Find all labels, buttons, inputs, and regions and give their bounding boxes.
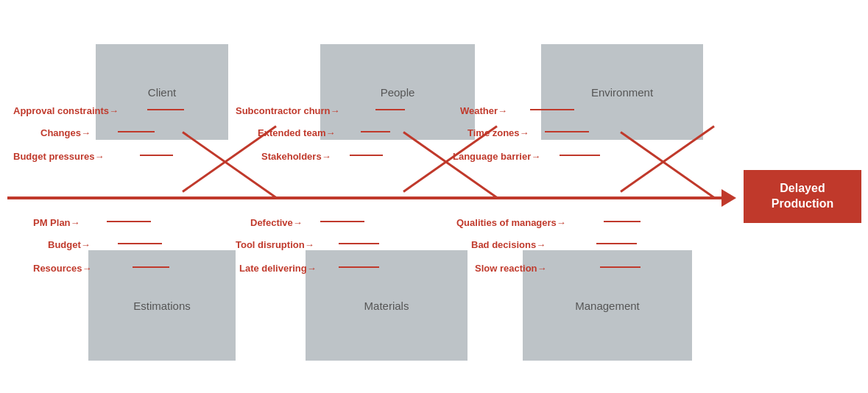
category-client: Client — [96, 44, 228, 140]
cause-est-2: Budget → — [48, 239, 91, 250]
client-label: Client — [148, 86, 176, 99]
people-label: People — [381, 86, 415, 99]
cause-line-mgmt-2 — [596, 243, 637, 244]
fishbone-diagram: DelayedProduction Client People Environm… — [0, 0, 868, 393]
cause-env-3: Language barrier → — [453, 151, 540, 162]
branch-estimations — [182, 131, 277, 198]
environment-label: Environment — [591, 86, 653, 99]
cause-client-1: Approval constraints → — [13, 105, 119, 116]
cause-line-people-1 — [375, 109, 405, 110]
category-materials: Materials — [306, 250, 467, 361]
cause-line-est-1 — [107, 221, 151, 222]
cause-mgmt-1: Qualities of managers → — [456, 217, 566, 228]
branch-management — [620, 131, 715, 198]
cause-line-mat-3 — [339, 266, 379, 268]
cause-client-2: Changes → — [40, 127, 91, 138]
spine-arrow — [721, 189, 736, 207]
estimations-label: Estimations — [133, 300, 191, 312]
cause-line-mat-1 — [320, 221, 364, 222]
cause-mat-1: Defective → — [250, 217, 303, 228]
management-label: Management — [575, 300, 640, 312]
cause-line-env-1 — [530, 109, 574, 110]
cause-est-1: PM Plan → — [33, 217, 80, 228]
cause-client-3: Budget pressures → — [13, 151, 105, 162]
effect-box: DelayedProduction — [744, 170, 861, 223]
cause-line-est-2 — [118, 243, 162, 244]
cause-line-client-1 — [147, 109, 184, 110]
cause-line-env-3 — [560, 155, 600, 156]
category-people: People — [320, 44, 475, 140]
materials-label: Materials — [364, 300, 409, 312]
cause-line-mgmt-1 — [604, 221, 641, 222]
cause-line-people-3 — [350, 155, 383, 156]
branch-materials — [403, 131, 498, 198]
spine — [7, 196, 729, 199]
cause-line-est-3 — [133, 266, 169, 268]
cause-line-client-3 — [140, 155, 173, 156]
cause-line-mgmt-3 — [600, 266, 641, 268]
cause-line-people-2 — [361, 131, 390, 132]
cause-mgmt-2: Bad decisions → — [471, 239, 546, 250]
cause-people-1: Subcontractor churn → — [236, 105, 340, 116]
cause-people-3: Stakeholders → — [261, 151, 331, 162]
cause-env-2: Time zones → — [467, 127, 529, 138]
cause-mat-3: Late delivering → — [239, 263, 317, 274]
category-environment: Environment — [541, 44, 703, 140]
cause-line-mat-2 — [339, 243, 379, 244]
cause-env-1: Weather → — [460, 105, 507, 116]
cause-est-3: Resources → — [33, 263, 91, 274]
cause-line-env-2 — [545, 131, 589, 132]
cause-people-2: Extended team → — [258, 127, 335, 138]
effect-label: DelayedProduction — [772, 181, 833, 212]
cause-line-client-2 — [118, 131, 155, 132]
cause-mat-2: Tool disruption → — [236, 239, 314, 250]
cause-mgmt-3: Slow reaction → — [475, 263, 547, 274]
